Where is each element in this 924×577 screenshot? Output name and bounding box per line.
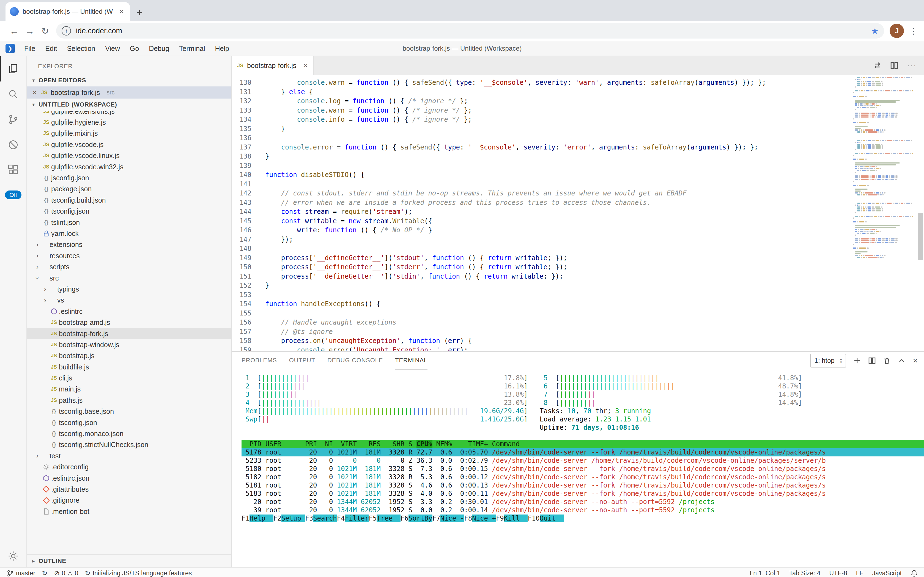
tree-item-jsconfig.json[interactable]: {}jsconfig.json (27, 172, 231, 183)
tree-item-tsconfig.json[interactable]: {}tsconfig.json (27, 417, 231, 428)
maximize-panel-icon[interactable] (898, 357, 906, 364)
tab-size[interactable]: Tab Size: 4 (789, 570, 821, 577)
menu-debug[interactable]: Debug (144, 45, 174, 53)
tree-item-paths.js[interactable]: JSpaths.js (27, 395, 231, 406)
debug-icon[interactable] (0, 132, 26, 158)
more-actions-icon[interactable]: ··· (907, 61, 917, 70)
panel-tab-debug-console[interactable]: DEBUG CONSOLE (327, 351, 383, 369)
panel-tab-output[interactable]: OUTPUT (289, 351, 315, 369)
tree-item-tsconfig.monaco.json[interactable]: {}tsconfig.monaco.json (27, 428, 231, 439)
tree-item-bootstrap-fork.js[interactable]: JSbootstrap-fork.js (27, 328, 231, 339)
section-workspace[interactable]: ▾ UNTITLED (WORKSPACE) (27, 98, 231, 111)
tree-item-gulpfile.mixin.js[interactable]: JSgulpfile.mixin.js (27, 128, 231, 139)
terminal[interactable]: 1 [|||||||||||| 17.8%] 5 [||||||||||||||… (231, 369, 924, 567)
tree-item-.eslintrc.json[interactable]: .eslintrc.json (27, 473, 231, 484)
menu-edit[interactable]: Edit (40, 45, 62, 53)
open-changes-icon[interactable] (873, 61, 881, 70)
url-text[interactable]: ide.coder.com (76, 27, 866, 35)
forward-icon[interactable]: → (22, 26, 37, 36)
tree-item-bootstrap-window.js[interactable]: JSbootstrap-window.js (27, 339, 231, 350)
tree-item-gulpfile.vscode.js[interactable]: JSgulpfile.vscode.js (27, 139, 231, 150)
bookmark-star-icon[interactable]: ★ (871, 26, 879, 36)
split-editor-icon[interactable] (890, 61, 898, 70)
tree-item-gulpfile.vscode.linux.js[interactable]: JSgulpfile.vscode.linux.js (27, 150, 231, 161)
kill-terminal-icon[interactable] (883, 357, 891, 364)
tree-item-.mention-bot[interactable]: .mention-bot (27, 506, 231, 517)
notifications-bell-icon[interactable] (911, 569, 918, 577)
language-mode[interactable]: JavaScript (872, 570, 902, 577)
source-control-icon[interactable] (0, 107, 26, 132)
extensions-icon[interactable] (0, 158, 26, 183)
tree-item-tsconfig.json[interactable]: {}tsconfig.json (27, 206, 231, 217)
menu-go[interactable]: Go (125, 45, 144, 53)
problems-item[interactable]: ⊘ 0 △ 0 (54, 569, 78, 577)
tree-item-resources[interactable]: ›resources (27, 250, 231, 261)
open-editor-item[interactable]: × JS bootstrap-fork.js src (27, 87, 231, 98)
section-open-editors[interactable]: ▾ OPEN EDITORS (27, 74, 231, 87)
tree-item-bootstrap.js[interactable]: JSbootstrap.js (27, 350, 231, 361)
tab-close-icon[interactable]: × (118, 7, 125, 16)
tree-item-tsconfig.base.json[interactable]: {}tsconfig.base.json (27, 406, 231, 417)
tree-item-tslint.json[interactable]: {}tslint.json (27, 217, 231, 228)
tab-close-icon[interactable]: × (304, 61, 307, 70)
new-tab-button[interactable]: + (130, 7, 149, 21)
close-icon[interactable]: × (31, 89, 38, 96)
tree-item-gulpfile.vscode.win32.js[interactable]: JSgulpfile.vscode.win32.js (27, 161, 231, 172)
back-icon[interactable]: ← (6, 26, 22, 36)
tree-item-.gitignore[interactable]: .gitignore (27, 495, 231, 506)
tree-item-package.json[interactable]: {}package.json (27, 184, 231, 195)
app-logo-icon[interactable]: ❯ (5, 44, 15, 53)
code-area[interactable]: 130 console.warn = function () { safeSen… (231, 75, 853, 351)
tree-item-extensions[interactable]: ›extensions (27, 239, 231, 250)
eol[interactable]: LF (856, 570, 863, 577)
tree-item-tsconfig.strictNullChecks.json[interactable]: {}tsconfig.strictNullChecks.json (27, 439, 231, 450)
tree-item-tsconfig.build.json[interactable]: {}tsconfig.build.json (27, 195, 231, 206)
tree-item-typings[interactable]: ›typings (27, 284, 231, 295)
git-branch-item[interactable]: master (6, 569, 35, 577)
tree-item-yarn.lock[interactable]: yarn.lock (27, 228, 231, 239)
menu-view[interactable]: View (100, 45, 125, 53)
panel-tab-terminal[interactable]: TERMINAL (395, 351, 427, 370)
explorer-icon[interactable] (0, 56, 26, 82)
settings-gear-icon[interactable] (0, 545, 26, 567)
tree-item-main.js[interactable]: JSmain.js (27, 384, 231, 395)
reload-icon[interactable]: ↻ (37, 25, 53, 36)
terminal-selector[interactable]: 1: htop ▴▾ (810, 354, 847, 367)
close-panel-icon[interactable]: × (913, 356, 918, 365)
tree-item-cli.js[interactable]: JScli.js (27, 372, 231, 384)
editor-scrollbar[interactable] (917, 75, 924, 351)
profile-avatar[interactable]: J (890, 24, 904, 38)
editor[interactable]: 130 console.warn = function () { safeSen… (231, 75, 924, 351)
new-terminal-icon[interactable] (853, 357, 861, 364)
scrollbar-thumb[interactable] (918, 213, 923, 260)
editor-tab[interactable]: JS bootstrap-fork.js × (231, 56, 313, 75)
tree-item-vs[interactable]: ›vs (27, 295, 231, 306)
tree-item-.editorconfig[interactable]: .editorconfig (27, 462, 231, 473)
search-icon[interactable] (0, 82, 26, 107)
panel-tab-problems[interactable]: PROBLEMS (241, 351, 277, 369)
address-bar[interactable]: i ide.coder.com ★ (56, 23, 884, 39)
menu-help[interactable]: Help (210, 45, 234, 53)
browser-menu-icon[interactable]: ⋮ (910, 26, 918, 36)
split-terminal-icon[interactable] (868, 357, 876, 364)
tree-item-bootstrap-amd.js[interactable]: JSbootstrap-amd.js (27, 317, 231, 328)
minimap[interactable] (853, 75, 917, 351)
site-info-icon[interactable]: i (62, 26, 71, 35)
tree-item-gulpfile.extensions.js[interactable]: JSgulpfile.extensions.js (27, 111, 231, 117)
browser-tab[interactable]: bootstrap-fork.js — Untitled (W × (5, 2, 130, 21)
tree-item-src[interactable]: ›src (27, 272, 231, 284)
language-status-item[interactable]: ↻ Initializing JS/TS language features (85, 569, 192, 577)
menu-file[interactable]: File (19, 45, 40, 53)
menu-selection[interactable]: Selection (62, 45, 100, 53)
tree-item-test[interactable]: ›test (27, 450, 231, 461)
tree-item-scripts[interactable]: ›scripts (27, 261, 231, 272)
sync-icon[interactable]: ↻ (42, 569, 47, 577)
section-outline[interactable]: ▸ OUTLINE (27, 554, 231, 567)
tree-item-.gitattributes[interactable]: .gitattributes (27, 484, 231, 495)
cursor-position[interactable]: Ln 1, Col 1 (750, 570, 780, 577)
tree-item-gulpfile.hygiene.js[interactable]: JSgulpfile.hygiene.js (27, 117, 231, 128)
tree-item-.eslintrc[interactable]: .eslintrc (27, 306, 231, 317)
tree-item-buildfile.js[interactable]: JSbuildfile.js (27, 361, 231, 372)
encoding[interactable]: UTF-8 (829, 570, 847, 577)
telemetry-off-badge[interactable]: Off (5, 190, 21, 199)
